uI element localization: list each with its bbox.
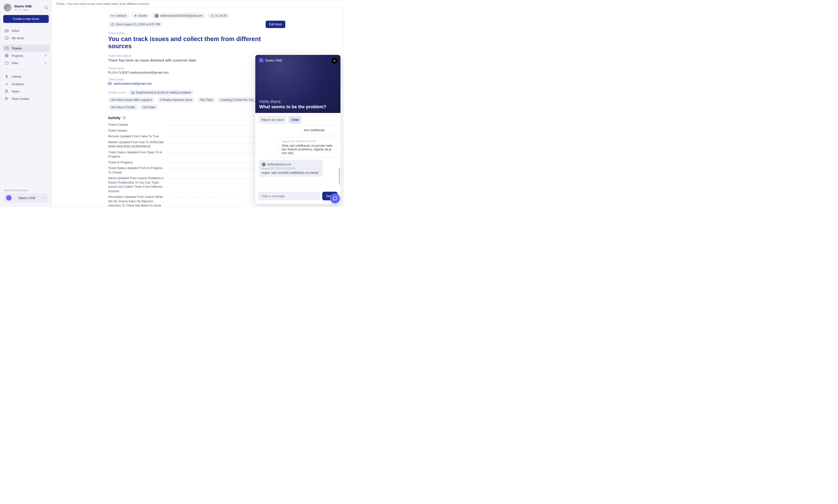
svg-point-0: [45, 6, 47, 8]
similar-tag[interactable]: Creating A Ticket For You: [217, 97, 256, 103]
chevron-down-icon: [44, 61, 47, 65]
sidebar-item-inbox[interactable]: Inbox: [2, 27, 50, 34]
sidebar-item-projects[interactable]: Projects: [2, 52, 50, 59]
chat-input[interactable]: [258, 192, 320, 200]
chat-greeting-line2: What seems to be the problem?: [259, 104, 337, 109]
history-icon[interactable]: [123, 116, 126, 120]
chat-tab-chat[interactable]: Chat: [288, 116, 302, 124]
sidebar-item-tickets[interactable]: Tickets: [2, 44, 50, 52]
svg-point-3: [6, 55, 7, 57]
create-issue-button[interactable]: Create a new issue: [3, 15, 49, 23]
chat-greeting-line1: Hello there.: [259, 99, 337, 104]
sidebar: Starko ONE v0.1.0 - beta Create a new is…: [0, 0, 52, 206]
brand-name: Starko ONE: [14, 4, 32, 8]
activity-text: Ticket Created: [108, 123, 165, 127]
chat-icon: [333, 196, 338, 201]
breadcrumb-root[interactable]: Ticket: [56, 2, 64, 6]
activity-text: Ticket In Progress: [108, 160, 165, 165]
chat-fab-button[interactable]: [330, 194, 340, 203]
sidebar-item-label: Files: [12, 61, 18, 65]
similar-tag[interactable]: We Have Issues With Loging In: [108, 97, 155, 103]
chat-bubble-incoming: August 28, 2024 at 8:23 PM Okej sad noti…: [279, 137, 337, 158]
similar-tag[interactable]: Test Tiket: [197, 97, 215, 103]
sidebar-item-label: Clients: [12, 75, 21, 78]
sidebar-item-clients[interactable]: Clients: [2, 73, 50, 80]
chat-brand-name: Starko ONE: [265, 58, 282, 62]
workspace-name: Starko ONE: [14, 196, 40, 200]
done-date-pill: Done August 21, 2024 at 8:57 PM: [108, 22, 163, 27]
avatar: [262, 162, 266, 166]
activity-text: Remote Updated From False To True: [108, 134, 165, 139]
search-icon[interactable]: [44, 6, 48, 10]
similar-tag[interactable]: Ovo Radi: [140, 105, 158, 110]
breadcrumb: Ticket > You can track issues and collec…: [52, 0, 343, 8]
svg-point-21: [133, 93, 133, 93]
similar-issues-label: Similar issues: [108, 91, 126, 94]
chat-tab-report[interactable]: Report an issue: [258, 116, 287, 124]
users-icon: [5, 89, 8, 93]
ticket-icon: [5, 46, 8, 50]
assignee-pill[interactable]: stefanvukovich2000@gmail.com: [151, 13, 206, 19]
activity-text: Ticket Status Updated From Open To In Pr…: [108, 150, 165, 159]
ai-disclaimer-pill: Experimental AI prone to making mistakes: [128, 90, 194, 95]
status-pill[interactable]: closed: [131, 13, 150, 18]
activity-text: Ticket Viewed: [108, 129, 165, 133]
svg-point-10: [5, 97, 7, 98]
chat-header: Starko ONE Hello there. What seems to be…: [255, 55, 340, 113]
chat-bubble-date: August 28, 2024 at 8:23 PM: [282, 140, 334, 143]
similar-tag[interactable]: We Have A Proble: [108, 105, 138, 110]
sidebar-item-label: Team invites: [12, 97, 29, 101]
tray-icon: [5, 29, 8, 33]
avatar: [4, 4, 12, 12]
priority-pill[interactable]: medium: [108, 13, 129, 18]
chat-messages[interactable]: test notifikacije August 28, 2024 at 8:2…: [255, 126, 340, 189]
workspace-select[interactable]: Starko ONE: [4, 193, 48, 202]
sidebar-item-my-tasks[interactable]: My tasks: [2, 34, 50, 41]
chart-icon: [5, 82, 8, 86]
svg-rect-14: [111, 23, 114, 26]
sidebar-item-team-invites[interactable]: Team invites: [2, 95, 50, 102]
chat-bubble-incoming: test notifikacije: [301, 126, 337, 134]
chat-widget: Starko ONE Hello there. What seems to be…: [255, 55, 340, 204]
sidebar-item-analytics[interactable]: Analytics: [2, 80, 50, 88]
sidebar-item-label: Analytics: [12, 82, 24, 86]
priority-dots-icon: [111, 15, 114, 17]
timer-pill[interactable]: 01:44:25: [208, 13, 230, 18]
check-circle-icon: [5, 36, 8, 40]
clock-icon: [211, 14, 214, 17]
edit-ticket-button[interactable]: Edit ticket: [266, 21, 285, 28]
svg-point-9: [5, 90, 7, 91]
activity-text: Name Updated From Imamo Problems A Novim…: [108, 176, 165, 194]
avatar: [155, 14, 159, 18]
brand-version: v0.1.0 - beta: [14, 8, 32, 11]
breadcrumb-current: You can track issues and collect them fr…: [68, 2, 149, 6]
ticket-meta-row: medium closed stefanvukovich2000@gmail.c…: [108, 13, 285, 28]
bot-icon: [131, 91, 135, 94]
similar-tag[interactable]: A Really Important Issue: [157, 97, 195, 103]
sidebar-item-label: Tickets: [12, 47, 22, 50]
chat-close-button[interactable]: [332, 58, 338, 64]
activity-text: Worker Updated From Null To 308922a9-08d…: [108, 140, 165, 149]
sidebar-item-files[interactable]: Files: [2, 59, 50, 67]
sidebar-item-label: Inbox: [12, 29, 19, 33]
workspace-header: Starko ONE v0.1.0 - beta: [0, 0, 52, 14]
activity-text: Ticket Status Updated From In Progress T…: [108, 166, 165, 175]
sidebar-item-team[interactable]: Team: [2, 88, 50, 95]
svg-point-20: [132, 93, 132, 93]
workspace-icon: [6, 195, 12, 201]
activity-text: Description Updated From Imamo Nesto Sto…: [108, 195, 165, 206]
scrollbar[interactable]: [339, 167, 340, 184]
user-plus-icon: [5, 97, 8, 101]
chevron-down-icon: [42, 196, 46, 200]
ticket-name-label: Ticket name: [108, 32, 285, 35]
chat-bubble-outgoing: stefan@starko.me August 28, 2024 at 8:23…: [259, 160, 323, 177]
mail-icon: [108, 82, 111, 85]
sidebar-item-label: Team: [12, 90, 19, 93]
target-icon: [5, 54, 8, 58]
ticket-title: You can track issues and collect them fr…: [108, 35, 285, 50]
status-dot-icon: [135, 15, 137, 17]
dollar-icon: [5, 75, 8, 78]
close-icon: [333, 59, 336, 62]
svg-point-4: [6, 55, 7, 56]
chat-bubble-author: stefan@starko.me: [267, 163, 291, 166]
